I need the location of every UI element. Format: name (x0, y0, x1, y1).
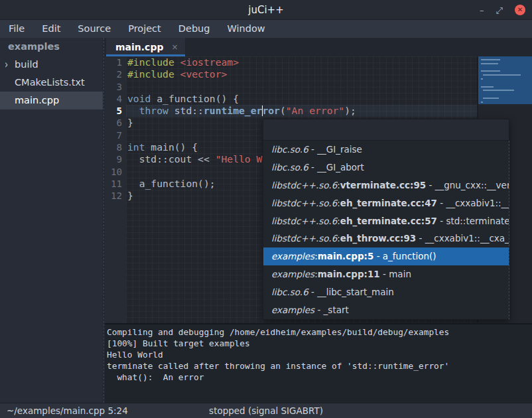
close-icon[interactable]: ✕ (515, 5, 525, 15)
code-token: ror (262, 105, 280, 116)
code-token: #include (127, 56, 180, 68)
stack-frame-row[interactable]: libstdc++.so.6:eh_terminate.cc:47 - __cx… (263, 194, 509, 212)
terminal-output-line: terminate called after throwing an insta… (107, 360, 532, 372)
line-number: 12 (105, 190, 126, 202)
minimap-visible-region[interactable] (478, 56, 532, 104)
stack-frame-row[interactable]: examples - _start (263, 301, 509, 319)
line-number: 2 (105, 68, 126, 80)
stack-frame-file-line: eh_terminate.cc:57 (340, 216, 437, 226)
line-number: 7 (105, 129, 126, 141)
code-line[interactable] (126, 81, 477, 93)
stack-frame-row[interactable]: libc.so.6 - __GI_raise (263, 141, 509, 159)
menu-item-source[interactable]: Source (69, 20, 119, 38)
menu-item-debug[interactable]: Debug (170, 20, 219, 38)
code-token: <vector> (180, 68, 228, 80)
chevron-right-icon[interactable]: › (5, 53, 8, 76)
code-token: std::cout << (127, 153, 216, 165)
tab-close-icon[interactable]: × (171, 42, 178, 52)
tab-main-cpp[interactable]: main.cpp × (106, 38, 185, 56)
file-tree-sidebar: examples ›buildCMakeLists.txtmain.cpp (0, 38, 103, 403)
line-number: 4 (105, 93, 126, 105)
terminal-output-line: what(): An error (107, 372, 532, 383)
stack-frame-row[interactable]: libstdc++.so.6:eh_terminate.cc:57 - std:… (263, 212, 509, 230)
code-token: "Hello W (216, 153, 263, 165)
stack-frame-row[interactable]: libstdc++.so.6:vterminate.cc:95 - __gnu_… (263, 176, 509, 194)
menu-item-edit[interactable]: Edit (33, 20, 69, 38)
tabbar: main.cpp × (105, 38, 532, 56)
stack-frame-row[interactable]: libc.so.6 - __libc_start_main (263, 283, 509, 301)
minimize-icon[interactable]: – (480, 6, 484, 15)
minimap-code-bar (481, 70, 500, 72)
line-number: 10 (105, 166, 126, 178)
statusbar: ~/examples/main.cpp 5:24 stopped (signal… (0, 403, 532, 418)
line-number: 5 (105, 105, 126, 117)
code-token: int (127, 141, 145, 153)
stack-frame-list[interactable]: libc.so.6 - __GI_raiselibc.so.6 - __GI_a… (263, 141, 509, 320)
code-token (127, 105, 139, 116)
stack-frame-row[interactable]: examples:main.cpp:5 - a_function() (263, 247, 509, 265)
stack-frame-library: libstdc++.so.6 (271, 180, 337, 190)
minimap-code-bar (481, 102, 483, 103)
stack-frame-library: libstdc++.so.6 (271, 233, 337, 244)
terminal-output-line: Hello World (107, 349, 532, 360)
code-token: "An error" (286, 105, 344, 116)
stack-frame-library: libc.so.6 (271, 144, 308, 155)
minimap-code-bar (483, 74, 521, 76)
menu-item-window[interactable]: Window (218, 20, 273, 38)
code-token: } (127, 117, 133, 128)
minimap-code-bar (481, 86, 494, 88)
stack-frame-library: libstdc++.so.6 (271, 216, 337, 226)
minimap-code-bar (481, 78, 483, 80)
stack-frame-file-line: eh_throw.cc:93 (340, 233, 416, 244)
sidebar-item-label: build (15, 59, 38, 70)
juci-window: juCi++ – ⤢ ✕ FileEditSourceProjectDebugW… (0, 0, 532, 418)
restore-icon[interactable]: ⤢ (496, 6, 503, 15)
code-token: ( (280, 105, 286, 116)
terminal-output-line: Compiling and debugging /home/eidheim/ex… (107, 326, 532, 338)
stack-frame-row[interactable]: libstdc++.so.6:eh_throw.cc:93 - __cxxabi… (263, 230, 509, 247)
sidebar-item-cmakelists-txt[interactable]: CMakeLists.txt (0, 74, 103, 92)
stack-frame-library: libc.so.6 (271, 287, 308, 297)
sidebar-item-label: main.cpp (15, 95, 59, 105)
paned-separator[interactable] (103, 38, 104, 403)
code-token: <iostream> (180, 56, 239, 68)
stack-frame-library: examples (271, 251, 314, 261)
line-number: 9 (105, 153, 126, 165)
stack-popup-header (263, 119, 509, 141)
stack-frame-file-line: main.cpp:5 (318, 251, 374, 261)
line-number-gutter: 123456789101112 (105, 56, 126, 323)
window-buttons: – ⤢ ✕ (480, 0, 525, 20)
code-token: main() { (145, 141, 198, 153)
code-token: } (127, 190, 133, 201)
stack-frame-library: examples (271, 305, 314, 315)
project-name: examples (0, 38, 103, 56)
sidebar-item-build[interactable]: ›build (0, 56, 103, 74)
terminal-output-line: [100%] Built target examples (107, 338, 532, 349)
stack-frame-file-line: vterminate.cc:95 (340, 180, 426, 190)
window-title: juCi++ (0, 0, 532, 20)
code-token: ); (344, 105, 356, 116)
stack-trace-popup: libc.so.6 - __GI_raiselibc.so.6 - __GI_a… (263, 119, 509, 320)
code-line[interactable]: void a_function() { (126, 93, 477, 105)
stack-frame-row[interactable]: examples:main.cpp:11 - main (263, 265, 509, 283)
sidebar-item-main-cpp[interactable]: main.cpp (0, 92, 103, 109)
code-token: a_function() { (151, 93, 239, 104)
stack-frame-file-line: eh_terminate.cc:47 (340, 198, 437, 208)
titlebar[interactable]: juCi++ – ⤢ ✕ (0, 0, 532, 20)
build-terminal[interactable]: Compiling and debugging /home/eidheim/ex… (105, 323, 532, 403)
menu-item-project[interactable]: Project (119, 20, 170, 38)
code-token: #include (127, 68, 180, 80)
code-line[interactable]: #include <vector> (126, 68, 477, 80)
menubar: FileEditSourceProjectDebugWindow (0, 20, 532, 38)
menu-item-file[interactable]: File (8, 20, 33, 38)
stack-frame-file-line: main.cpp:11 (318, 269, 380, 279)
code-line[interactable]: #include <iostream> (126, 56, 477, 68)
line-number: 8 (105, 141, 126, 153)
stack-frame-library: examples (271, 269, 314, 279)
line-number: 1 (105, 56, 126, 68)
status-debug-state: stopped (signal SIGABRT) (0, 403, 532, 418)
line-number: 3 (105, 81, 126, 93)
code-line[interactable]: throw std::runtime_error("An error"); (126, 105, 477, 117)
tab-label: main.cpp (115, 42, 163, 52)
stack-frame-row[interactable]: libc.so.6 - __GI_abort (263, 159, 509, 176)
